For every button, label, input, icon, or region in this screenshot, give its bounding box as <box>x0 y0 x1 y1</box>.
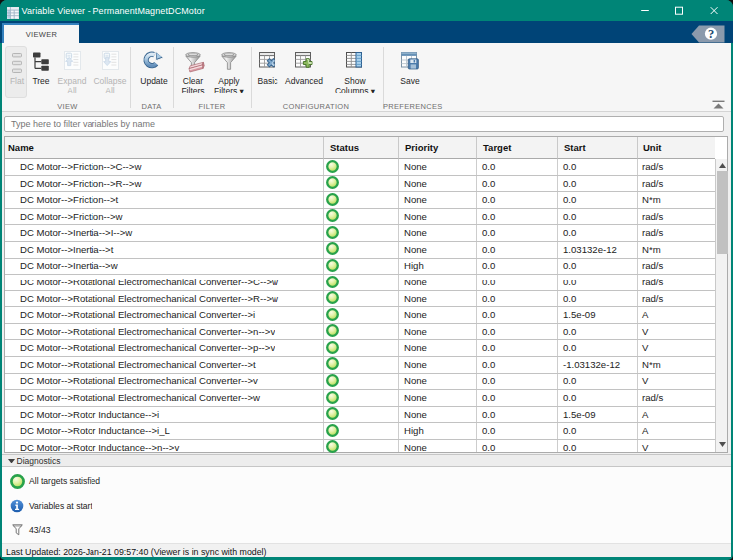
svg-text:?: ? <box>708 27 714 41</box>
